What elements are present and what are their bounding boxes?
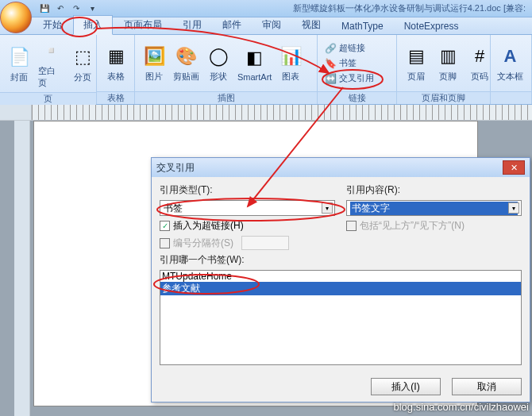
- header-icon: ▤: [403, 44, 429, 69]
- tab-view[interactable]: 视图: [292, 16, 330, 34]
- page-number-icon: #: [467, 44, 492, 69]
- clipart-button[interactable]: 🎨剪贴画: [172, 42, 201, 84]
- document-title: 新型螺旋斜板一体化净水设备研制与调试运行4.21.doc [兼容:: [102, 2, 532, 14]
- tab-page-layout[interactable]: 页面布局: [114, 16, 172, 34]
- reference-content-select[interactable]: 书签文字 ▾: [346, 200, 522, 216]
- chevron-down-icon: ▾: [508, 202, 519, 214]
- list-item[interactable]: 参考文献: [160, 282, 521, 295]
- which-bookmark-label: 引用哪一个书签(W):: [160, 253, 522, 267]
- dialog-close-button[interactable]: ✕: [503, 160, 525, 175]
- dialog-title: 交叉引用: [156, 161, 195, 175]
- page-break-button[interactable]: ⬚分页: [68, 43, 97, 85]
- bookmark-listbox[interactable]: MTUpdateHome 参考文献: [160, 270, 522, 365]
- group-headerfooter-label: 页眉和页脚: [397, 91, 490, 104]
- reference-content-label: 引用内容(R):: [346, 183, 522, 197]
- cover-page-button[interactable]: 📄封面: [5, 43, 33, 85]
- picture-icon: 🖼️: [141, 44, 167, 69]
- reference-type-label: 引用类型(T):: [160, 183, 335, 197]
- ribbon-tabs: 开始 插入 页面布局 引用 邮件 审阅 视图 MathType NoteExpr…: [0, 17, 532, 35]
- footer-button[interactable]: ▥页脚: [434, 42, 462, 84]
- cross-reference-icon: ↔️: [324, 72, 337, 85]
- chart-button[interactable]: 📊图表: [276, 42, 305, 84]
- tab-review[interactable]: 审阅: [253, 16, 291, 34]
- ribbon: 📄封面 ▫️空白页 ⬚分页 页 ▦表格 表格 🖼️图片 🎨剪贴画 ◯形状 ◧Sm…: [0, 35, 532, 105]
- office-button[interactable]: [0, 2, 32, 33]
- tab-home[interactable]: 开始: [33, 16, 71, 34]
- tab-references[interactable]: 引用: [173, 16, 211, 34]
- number-separator-label: 编号分隔符(S): [173, 237, 233, 250]
- cover-page-icon: 📄: [6, 44, 32, 70]
- chart-icon: 📊: [278, 44, 303, 69]
- chevron-down-icon: ▾: [322, 202, 333, 214]
- insert-button[interactable]: 插入(I): [371, 378, 441, 395]
- group-text-label: [491, 91, 531, 104]
- smartart-button[interactable]: ◧SmartArt: [236, 44, 273, 83]
- reference-type-select[interactable]: 书签 ▾: [160, 200, 335, 216]
- clipart-icon: 🎨: [174, 44, 199, 69]
- watermark: blog.sina.com.cn/civilzhaowei: [393, 401, 529, 413]
- list-item[interactable]: MTUpdateHome: [160, 271, 521, 282]
- insert-as-hyperlink-checkbox[interactable]: ✓: [160, 221, 170, 231]
- hyperlink-button[interactable]: 🔗超链接: [322, 41, 376, 56]
- include-above-below-checkbox: [346, 221, 357, 231]
- tab-noteexpress[interactable]: NoteExpress: [395, 18, 468, 34]
- number-separator-checkbox: [160, 238, 170, 248]
- group-links-label: 链接: [318, 91, 396, 104]
- textbox-icon: A: [498, 44, 523, 69]
- table-button[interactable]: ▦表格: [102, 42, 130, 84]
- group-pages-label: 页: [0, 92, 96, 105]
- bookmark-button[interactable]: 🔖书签: [322, 56, 376, 71]
- hyperlink-icon: 🔗: [324, 42, 337, 55]
- tab-insert[interactable]: 插入: [73, 15, 113, 35]
- insert-as-hyperlink-label: 插入为超链接(H): [173, 219, 244, 233]
- picture-button[interactable]: 🖼️图片: [140, 42, 168, 84]
- table-icon: ▦: [103, 44, 129, 69]
- cross-reference-dialog: 交叉引用 ✕ 引用类型(T): 引用内容(R): 书签 ▾ 书签文字 ▾ ✓ 插…: [151, 157, 530, 403]
- footer-icon: ▥: [435, 44, 461, 69]
- number-separator-input: [241, 236, 289, 250]
- ruler-vertical: [14, 121, 30, 416]
- cancel-button[interactable]: 取消: [452, 378, 522, 395]
- textbox-button[interactable]: A文本框: [495, 42, 525, 84]
- include-above-below-label: 包括“见上方”/“见下方”(N): [360, 219, 465, 233]
- qat-redo-icon[interactable]: ↷: [70, 2, 83, 15]
- page-break-icon: ⬚: [70, 44, 95, 70]
- blank-page-button[interactable]: ▫️空白页: [37, 37, 65, 91]
- bookmark-icon: 🔖: [324, 57, 337, 70]
- ruler-horizontal: [0, 105, 532, 121]
- group-illustrations-label: 插图: [135, 91, 317, 104]
- tab-mailings[interactable]: 邮件: [213, 16, 251, 34]
- qat-undo-icon[interactable]: ↶: [54, 2, 67, 15]
- smartart-icon: ◧: [242, 45, 268, 71]
- blank-page-icon: ▫️: [38, 38, 64, 64]
- shapes-icon: ◯: [206, 44, 231, 69]
- qat-more-icon[interactable]: ▾: [86, 2, 98, 15]
- qat-save-icon[interactable]: 💾: [38, 2, 51, 15]
- page-number-button[interactable]: #页码: [465, 42, 494, 84]
- shapes-button[interactable]: ◯形状: [204, 42, 233, 84]
- group-tables-label: 表格: [97, 91, 134, 104]
- header-button[interactable]: ▤页眉: [402, 42, 430, 84]
- tab-mathtype[interactable]: MathType: [332, 18, 393, 34]
- cross-reference-button[interactable]: ↔️交叉引用: [322, 71, 376, 86]
